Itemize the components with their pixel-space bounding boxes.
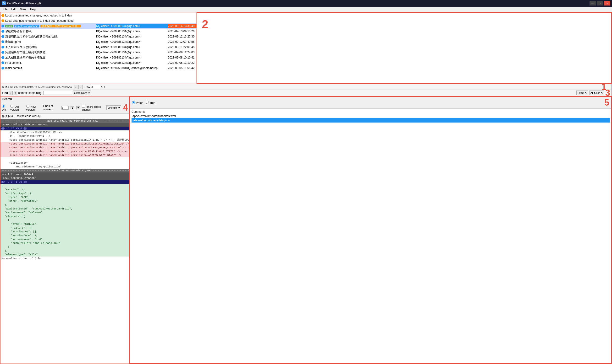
window-controls: — □ ✕ <box>589 1 610 5</box>
patch-content[interactable]: Comments app/src/main/AndroidManifest.xm… <box>130 109 611 363</box>
commit-date: 2023-09-12 13:27:30 <box>168 35 196 38</box>
commit-dot <box>1 51 4 54</box>
table-row[interactable]: 新增切换城市和手动自动更新天气的功能。 KQ-citizen <90988613… <box>0 34 196 39</box>
ignore-space-checkbox[interactable] <box>82 105 85 108</box>
row-info: Row / 11 <box>85 85 105 89</box>
diff-line-added: }, <box>0 203 129 207</box>
patch-toolbar: Patch Tree 5 <box>130 97 611 109</box>
find-up-button[interactable]: ↑ <box>14 91 17 95</box>
lines-context-input[interactable] <box>61 106 69 110</box>
commit-label-badge: 修改权限，生成release APK包。 <box>41 25 81 27</box>
app-icon: G <box>2 1 6 5</box>
commit-author: KQ-citizen <909886134@qq.com> <box>96 61 168 65</box>
table-row[interactable]: 删除BingPic KQ-citizen <909886134@qq.com> … <box>0 39 196 44</box>
commit-dot <box>1 67 4 69</box>
row-total: 11 <box>102 86 105 88</box>
diff-no-newline: No newline at end of file <box>0 257 129 260</box>
diff-line-added: "version": 3, <box>0 188 129 192</box>
table-row[interactable]: main remotes/origin/main 修改权限，生成release … <box>0 23 196 29</box>
commit-dot <box>1 30 4 33</box>
sha1-prev-button[interactable]: ← <box>74 85 78 89</box>
maximize-button[interactable]: □ <box>597 1 603 5</box>
diff-line-added: "artifactType": { <box>0 192 129 195</box>
commit-dot <box>1 25 4 27</box>
commit-date: 2023-09-12 07:41:56 <box>168 40 196 43</box>
diff-panel: Search Diff Old version New version Line… <box>0 96 130 364</box>
close-button[interactable]: ✕ <box>604 1 610 5</box>
menu-view[interactable]: View <box>18 7 28 12</box>
commit-dot <box>1 46 4 49</box>
commit-author: KQ-citizen <909886134@qq.com> <box>96 30 168 33</box>
commit-dot <box>1 19 4 22</box>
fields-select[interactable]: All fields <box>589 91 604 95</box>
diff-radio[interactable] <box>2 105 5 108</box>
minimize-button[interactable]: — <box>589 1 596 5</box>
new-version-label: New version <box>26 105 41 111</box>
table-row[interactable]: 加入显示天气信息的功能 KQ-citizen <909886134@qq.com… <box>0 44 196 50</box>
commit-message: 新增切换城市和手动自动更新天气的功能。 <box>5 35 96 39</box>
row-number-input[interactable] <box>91 85 100 89</box>
window-title: CoolWeather: All files - gitk <box>7 2 41 5</box>
diff-line-added: "outputFile": "app-release.apk" <box>0 241 129 245</box>
diff-line-added: "versionCode": 1, <box>0 234 129 237</box>
table-row[interactable]: Initial commit KQ-citizen <62875938+KQ-c… <box>0 65 196 71</box>
commit-dot <box>1 56 4 59</box>
menu-file[interactable]: File <box>1 7 9 12</box>
tree-label: Tree <box>150 101 155 105</box>
diff-type-select[interactable]: Line diff <box>106 105 121 110</box>
commit-message: 加入显示天气信息的功能 <box>5 45 96 49</box>
diff-radio-label: Diff <box>2 105 8 111</box>
diff-line-removed: <uses-permission android:name="android.p… <box>0 153 129 157</box>
commit-dot <box>1 14 4 17</box>
sha1-label: SHA1 ID: <box>2 86 13 88</box>
diff-line-removed: <uses-permission android:name="android.p… <box>0 146 129 150</box>
search-label: Search <box>2 97 12 101</box>
diff-new-file-mode: new file mode 100644 <box>0 172 129 176</box>
branch-main-badge: main <box>5 25 13 27</box>
diff-hunk-2: @@ -0,0 +1,20 @@ <box>0 180 129 184</box>
commit-message: main remotes/origin/main 修改权限，生成release … <box>5 24 96 28</box>
diff-hunk: @@ -5,10 +5,6 @@ <box>0 127 129 130</box>
diff-line: <uses-permission android:name="android.p… <box>0 138 129 142</box>
menu-help[interactable]: Help <box>28 7 38 12</box>
diff-index-line: index 1ddf253..d2bb169 100644 <box>0 123 129 127</box>
find-method-select[interactable]: containing: <box>73 91 91 95</box>
commit-message: 修改程序图标和名称。 <box>5 29 96 33</box>
commit-list-panel[interactable]: Local uncommitted changes, not checked i… <box>0 13 196 84</box>
table-row[interactable]: 修改程序图标和名称。 KQ-citizen <909886134@qq.com>… <box>0 29 196 34</box>
context-down-button[interactable]: ▼ <box>76 106 80 109</box>
diff-line-added: ], <box>0 249 129 253</box>
table-row[interactable]: 完成遍历省市县三级列表的功能。 KQ-citizen <909886134@qq… <box>0 50 196 55</box>
find-down-button[interactable]: ↓ <box>9 91 13 95</box>
find-input[interactable] <box>43 91 72 95</box>
table-row[interactable]: First commit. KQ-citizen <909886134@qq.c… <box>0 60 196 65</box>
list-item[interactable]: app/src/main/AndroidManifest.xml <box>132 114 610 118</box>
exact-select[interactable]: Exact <box>576 91 588 95</box>
diff-line-added: "type": "SINGLE", <box>0 222 129 226</box>
table-row[interactable]: 加入创建数据库和表的各项配置 KQ-citizen <909886134@qq.… <box>0 55 196 60</box>
table-row[interactable]: Local changes, checked in to index but n… <box>0 18 196 23</box>
new-version-radio[interactable] <box>26 105 29 108</box>
list-item[interactable]: release/output-metadata.json <box>132 118 610 123</box>
menu-edit[interactable]: Edit <box>9 7 18 12</box>
diff-line-added: "versionName": "1.0", <box>0 237 129 241</box>
commit-label: commit <box>18 91 28 95</box>
sha1-value: 2a7883a92849a73a175bf493a99ce02a778b45aa <box>14 86 72 88</box>
diff-line-added: { <box>0 184 129 188</box>
table-row[interactable]: Local uncommitted changes, not checked i… <box>0 13 196 18</box>
old-version-radio[interactable] <box>10 105 14 108</box>
patch-radio[interactable] <box>132 101 135 104</box>
section-number-4: 4 <box>123 103 128 113</box>
diff-line <box>0 157 129 161</box>
diff-line-added: "elements": [ <box>0 214 129 218</box>
commit-author: KQ-citizen <909886134@qq.com> <box>96 45 168 49</box>
diff-content[interactable]: ---------------------------- app/src/mai… <box>0 119 129 364</box>
commit-date: 2023-09-14 13:35:49 <box>168 24 196 28</box>
context-up-button[interactable]: ▲ <box>70 106 74 109</box>
diff-line: <!-- CoolWeather開發程式說明江標 --> <box>0 130 129 134</box>
commit-dot <box>1 40 4 43</box>
sha1-next-button[interactable]: → <box>78 85 83 89</box>
tree-radio[interactable] <box>146 101 149 104</box>
diff-line-added: "elementType": "File" <box>0 253 129 257</box>
diff-line: <!-- 認識咗路面漢的門牛¥ --> <box>0 134 129 138</box>
